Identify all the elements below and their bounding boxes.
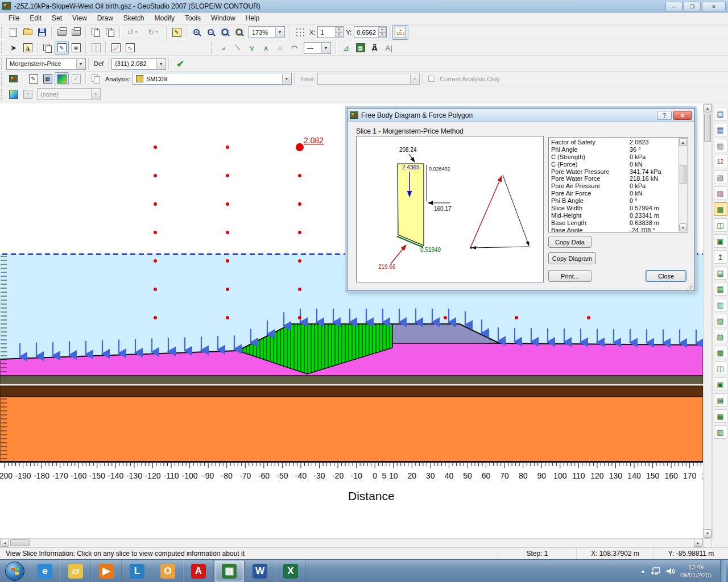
- taskbar-clock[interactable]: 13:4909/01/2015: [680, 563, 712, 579]
- values-scrollbar[interactable]: ▲ ▼: [678, 138, 688, 232]
- results-button[interactable]: ✓: [69, 72, 83, 85]
- result-tool-button-17[interactable]: ◫: [714, 361, 727, 375]
- result-tool-button-5[interactable]: ▧: [714, 171, 727, 184]
- menu-modify[interactable]: Modify: [150, 13, 180, 24]
- save-button[interactable]: [35, 26, 49, 39]
- sketch-dimension-button[interactable]: ⊿: [339, 41, 353, 55]
- undo-button[interactable]: ↺▼: [123, 26, 143, 39]
- select-region-button[interactable]: ◮: [20, 41, 35, 55]
- sketch-circle-button[interactable]: ○: [273, 41, 287, 55]
- values-scroll-thumb[interactable]: [680, 165, 686, 184]
- show-desktop-button[interactable]: [720, 560, 726, 582]
- grid-x-spinner[interactable]: 1▲▼: [317, 26, 344, 38]
- dialog-close-button[interactable]: ✕: [673, 111, 692, 120]
- taskbar-word[interactable]: W: [245, 560, 275, 582]
- result-tool-button-21[interactable]: ▥: [714, 425, 727, 439]
- result-tool-button-6[interactable]: ▨: [714, 186, 727, 200]
- tray-expand-icon[interactable]: ▲: [640, 568, 646, 574]
- horizontal-scroll-thumb[interactable]: [10, 539, 30, 546]
- close-button[interactable]: ✕: [702, 2, 726, 11]
- result-tool-button-9[interactable]: ▣: [714, 234, 727, 248]
- taskbar-outlook[interactable]: O: [152, 560, 183, 582]
- vertical-scroll-thumb[interactable]: [704, 114, 711, 142]
- scroll-up-icon[interactable]: ▲: [679, 138, 687, 146]
- restore-button[interactable]: ❐: [684, 2, 701, 11]
- taskbar-media-player[interactable]: ▶: [91, 560, 122, 582]
- taskbar-lync[interactable]: L: [122, 560, 152, 582]
- sketch-arc-button[interactable]: ◠: [287, 41, 301, 55]
- result-tool-button-18[interactable]: ▣: [714, 377, 727, 391]
- method-combo[interactable]: Morgenstern-Price▼: [6, 58, 86, 70]
- draw-graph2-button[interactable]: ∿: [123, 41, 137, 55]
- define-button[interactable]: ✎: [26, 72, 40, 85]
- scroll-up-icon[interactable]: ▲: [704, 104, 712, 113]
- draw-graph-button[interactable]: 📈: [109, 41, 123, 55]
- menu-tools[interactable]: Tools: [180, 13, 206, 24]
- modify-text-button[interactable]: A|: [382, 41, 396, 55]
- dialog-title-bar[interactable]: Free Body Diagram & Force Polygon ? ✕: [348, 109, 694, 122]
- menu-draw[interactable]: Draw: [92, 13, 118, 24]
- contour-parameter-combo[interactable]: (none)▼: [37, 88, 101, 100]
- copy-diagram-button[interactable]: Copy Diagram: [548, 252, 596, 264]
- contour-labels-button[interactable]: ◔: [20, 88, 35, 101]
- menu-view[interactable]: View: [67, 13, 92, 24]
- object-properties-button[interactable]: ✎: [169, 26, 184, 39]
- start-button[interactable]: [5, 562, 24, 581]
- result-tool-button-10[interactable]: ↥: [714, 250, 727, 264]
- result-tool-button-8[interactable]: ◫: [714, 218, 727, 232]
- result-tool-button-3[interactable]: ▥: [714, 139, 727, 152]
- print-button-dialog[interactable]: Print...: [548, 270, 592, 282]
- contour-button[interactable]: [55, 72, 69, 85]
- redo-button[interactable]: ↻▼: [143, 26, 164, 39]
- grid-button[interactable]: [293, 26, 307, 39]
- spinner-arrows-icon[interactable]: ▲▼: [335, 27, 342, 37]
- taskbar-excel[interactable]: X: [275, 560, 306, 582]
- sketch-line-button[interactable]: ⟍: [230, 41, 245, 55]
- sketch-axes-button[interactable]: ⟓: [216, 41, 230, 55]
- scroll-right-icon[interactable]: ►: [694, 539, 702, 547]
- analysis-combo[interactable]: SMC09▼: [133, 73, 292, 85]
- open-button[interactable]: [20, 26, 35, 39]
- horizontal-scrollbar[interactable]: ◄ ►: [0, 538, 703, 547]
- vertical-scrollbar[interactable]: ▲ ▼: [703, 103, 712, 538]
- copy-all-button[interactable]: [103, 26, 117, 39]
- zoom-page-button[interactable]: [218, 26, 232, 39]
- copy-analysis-button[interactable]: [89, 72, 103, 85]
- view-slice-info-button[interactable]: ✎: [55, 41, 69, 55]
- result-tool-button-4[interactable]: 12: [714, 155, 727, 168]
- add-picture-button[interactable]: ▦: [353, 41, 367, 55]
- print-button[interactable]: [55, 26, 69, 39]
- print-selection-button[interactable]: [69, 26, 83, 39]
- result-tool-button-2[interactable]: ▦: [714, 123, 727, 136]
- animation-button[interactable]: ▯: [89, 41, 103, 55]
- menu-help[interactable]: Help: [241, 13, 265, 24]
- sketch-polyline-button[interactable]: ⋎: [245, 41, 259, 55]
- result-tool-button-13[interactable]: ▥: [714, 298, 727, 311]
- verify-button[interactable]: ✔: [172, 57, 189, 70]
- taskbar-geostudio[interactable]: ▦: [214, 560, 245, 582]
- draw-contours-button[interactable]: [6, 88, 20, 101]
- result-tool-button-11[interactable]: ▤: [714, 266, 727, 280]
- zoom-out-button[interactable]: −: [204, 26, 218, 39]
- zoom-in-button[interactable]: +: [189, 26, 204, 39]
- sketch-text-button[interactable]: ⋏: [259, 41, 273, 55]
- result-tool-button-12[interactable]: ▦: [714, 282, 727, 296]
- menu-file[interactable]: File: [3, 13, 24, 24]
- geostudio-home-button[interactable]: [6, 72, 20, 85]
- close-button-dialog[interactable]: Close: [646, 270, 686, 282]
- dialog-resize-grip[interactable]: [686, 282, 693, 289]
- scroll-left-icon[interactable]: ◄: [1, 539, 9, 547]
- time-combo[interactable]: ▼: [317, 73, 420, 85]
- solve-button[interactable]: ▦: [40, 72, 55, 85]
- view-report-button[interactable]: ≣: [69, 41, 83, 55]
- copy-button[interactable]: [89, 26, 103, 39]
- menu-edit[interactable]: Edit: [24, 13, 47, 24]
- menu-set[interactable]: Set: [47, 13, 67, 24]
- dialog-help-button[interactable]: ?: [657, 111, 672, 120]
- select-arrow-button[interactable]: ➤: [6, 41, 20, 55]
- result-tool-button-1[interactable]: ▤: [714, 107, 727, 120]
- result-tool-button-19[interactable]: ▤: [714, 393, 727, 407]
- result-tool-button-7[interactable]: ▩: [714, 202, 727, 216]
- critical-slip-center-dot[interactable]: [296, 143, 304, 151]
- dimension-label-button[interactable]: +120.1: [392, 25, 408, 40]
